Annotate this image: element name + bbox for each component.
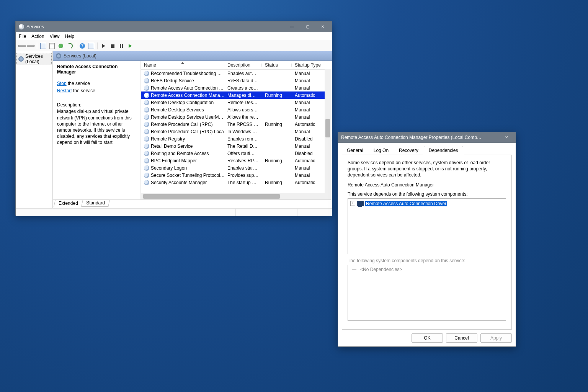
expand-icon[interactable]: + xyxy=(350,201,355,206)
service-desc-cell: Creates a co… xyxy=(224,85,262,91)
service-icon xyxy=(144,93,149,98)
service-row[interactable]: Remote Access Auto Connection …Creates a… xyxy=(141,84,331,91)
tab-standard[interactable]: Standard xyxy=(81,200,110,207)
grid-header[interactable]: Name Description Status Startup Type xyxy=(141,61,331,70)
help-button[interactable]: ? xyxy=(78,42,86,50)
tree-services-local[interactable]: Services (Local) xyxy=(16,53,52,65)
service-row[interactable]: Remote Desktop Services UserM…Allows the… xyxy=(141,113,331,121)
service-name-cell: Remote Access Auto Connection … xyxy=(151,85,224,91)
service-icon xyxy=(144,129,149,134)
service-row[interactable]: Remote Desktop ConfigurationRemote Des…M… xyxy=(141,99,331,106)
tab-dependencies[interactable]: Dependencies xyxy=(424,146,463,155)
nav-forward-button[interactable]: ⟹ xyxy=(27,42,34,50)
service-row[interactable]: Routing and Remote AccessOffers routi…Di… xyxy=(141,150,331,157)
service-row[interactable]: Remote Desktop ServicesAllows users …Man… xyxy=(141,106,331,113)
col-name[interactable]: Name xyxy=(141,62,224,68)
tab-log-on[interactable]: Log On xyxy=(369,146,394,155)
stop-service-button[interactable] xyxy=(109,42,116,50)
service-icon xyxy=(144,78,149,83)
vertical-scrollbar[interactable] xyxy=(325,69,331,193)
service-row[interactable]: Recommended Troubleshooting …Enables aut… xyxy=(141,70,331,77)
computer-icon xyxy=(357,201,364,206)
cancel-button[interactable]: Cancel xyxy=(446,333,477,343)
ok-button[interactable]: OK xyxy=(412,333,443,343)
service-row[interactable]: Security Accounts ManagerThe startup …Ru… xyxy=(141,179,331,186)
col-status[interactable]: Status xyxy=(262,62,292,68)
show-hide-tree-button[interactable] xyxy=(39,42,47,50)
properties-titlebar[interactable]: Remote Access Auto Connection Manager Pr… xyxy=(338,132,516,143)
export-list-button[interactable] xyxy=(66,42,74,50)
dependency-name: Remote Access Auto Connection Driver xyxy=(365,201,447,206)
service-status-cell: Running xyxy=(262,158,292,163)
menu-file[interactable]: File xyxy=(19,34,26,39)
maximize-button[interactable]: ▢ xyxy=(300,21,315,32)
minimize-button[interactable]: — xyxy=(284,21,300,32)
depends-on-label: This service depends on the following sy… xyxy=(348,191,506,197)
col-startup-type[interactable]: Startup Type xyxy=(292,62,331,68)
services-app-icon xyxy=(19,24,24,29)
nav-back-button[interactable]: ⟸ xyxy=(18,42,26,50)
menu-action[interactable]: Action xyxy=(31,34,44,39)
service-name-cell: Remote Desktop Services UserM… xyxy=(151,114,223,120)
restart-service-button[interactable] xyxy=(126,42,134,50)
service-icon xyxy=(144,71,149,76)
service-icon xyxy=(144,107,149,113)
no-dependencies-item: — <No Dependencies> xyxy=(350,267,503,272)
col-description[interactable]: Description xyxy=(224,62,262,68)
console-tree[interactable]: Services (Local) xyxy=(16,51,53,208)
service-row[interactable]: Remote Procedure Call (RPC)The RPCSS s…R… xyxy=(141,121,331,128)
service-icon xyxy=(144,173,149,178)
service-icon xyxy=(144,136,149,142)
refresh-button[interactable] xyxy=(57,42,65,50)
service-icon xyxy=(144,158,149,163)
service-row[interactable]: Remote Procedure Call (RPC) Loca…In Wind… xyxy=(141,128,331,135)
menu-view[interactable]: View xyxy=(50,34,60,39)
depends-on-item[interactable]: + Remote Access Auto Connection Driver xyxy=(350,200,503,207)
service-icon xyxy=(144,100,149,105)
detail-pane: Remote Access Connection Manager Stop th… xyxy=(53,61,141,199)
menu-help[interactable]: Help xyxy=(65,34,75,39)
services-window: Services — ▢ ✕ File Action View Help ⟸ ⟹… xyxy=(15,21,332,216)
services-titlebar[interactable]: Services — ▢ ✕ xyxy=(16,21,332,32)
service-row[interactable]: RPC Endpoint MapperResolves RP…RunningAu… xyxy=(141,157,331,164)
service-desc-cell: Allows users … xyxy=(224,107,262,113)
dependents-tree[interactable]: — <No Dependencies> xyxy=(348,265,506,321)
tab-general[interactable]: General xyxy=(342,146,368,155)
service-row[interactable]: Remote RegistryEnables rem…Disabled xyxy=(141,135,331,142)
close-button[interactable]: ✕ xyxy=(315,21,330,32)
props-close-button[interactable]: ✕ xyxy=(499,132,514,143)
description-label: Description: xyxy=(57,102,137,108)
service-desc-cell: Enables start… xyxy=(224,165,262,171)
pane-title: Services (Local) xyxy=(64,53,96,59)
service-desc-cell: Provides sup… xyxy=(224,173,262,178)
service-name-cell: Secure Socket Tunneling Protocol… xyxy=(151,173,224,178)
start-service-button[interactable] xyxy=(100,42,108,50)
pause-service-button[interactable] xyxy=(118,42,125,50)
horizontal-scrollbar[interactable] xyxy=(141,193,331,199)
service-row[interactable]: Remote Access Connection Mana…Manages di… xyxy=(141,91,331,99)
gear-icon xyxy=(56,53,61,59)
service-status-cell: Running xyxy=(262,180,292,185)
column-button[interactable] xyxy=(87,42,95,50)
services-grid[interactable]: Name Description Status Startup Type Rec… xyxy=(141,61,331,199)
service-name-cell: Secondary Logon xyxy=(151,165,187,171)
apply-button[interactable]: Apply xyxy=(480,333,512,343)
restart-service-link[interactable]: Restart xyxy=(57,88,72,93)
tab-extended[interactable]: Extended xyxy=(54,200,83,207)
service-row[interactable]: Retail Demo ServiceThe Retail D…Manual xyxy=(141,142,331,150)
service-desc-cell: Remote Des… xyxy=(224,100,262,105)
stop-service-link[interactable]: Stop xyxy=(57,81,67,86)
service-name-cell: Remote Access Connection Mana… xyxy=(151,93,224,98)
service-row[interactable]: Secure Socket Tunneling Protocol…Provide… xyxy=(141,172,331,179)
service-row[interactable]: ReFS Dedup ServiceReFS data d…Manual xyxy=(141,77,331,84)
service-name-cell: Routing and Remote Access xyxy=(151,151,209,156)
service-row[interactable]: Secondary LogonEnables start…Manual xyxy=(141,164,331,172)
depends-on-tree[interactable]: + Remote Access Auto Connection Driver xyxy=(348,198,506,254)
service-desc-cell: In Windows … xyxy=(224,129,262,134)
service-name-cell: Remote Procedure Call (RPC) Loca… xyxy=(151,129,224,134)
service-desc-cell: The RPCSS s… xyxy=(224,122,262,127)
tab-recovery[interactable]: Recovery xyxy=(394,146,423,155)
service-name-cell: Security Accounts Manager xyxy=(151,180,207,185)
service-name-cell: ReFS Dedup Service xyxy=(151,78,194,83)
properties-button[interactable] xyxy=(48,42,56,50)
